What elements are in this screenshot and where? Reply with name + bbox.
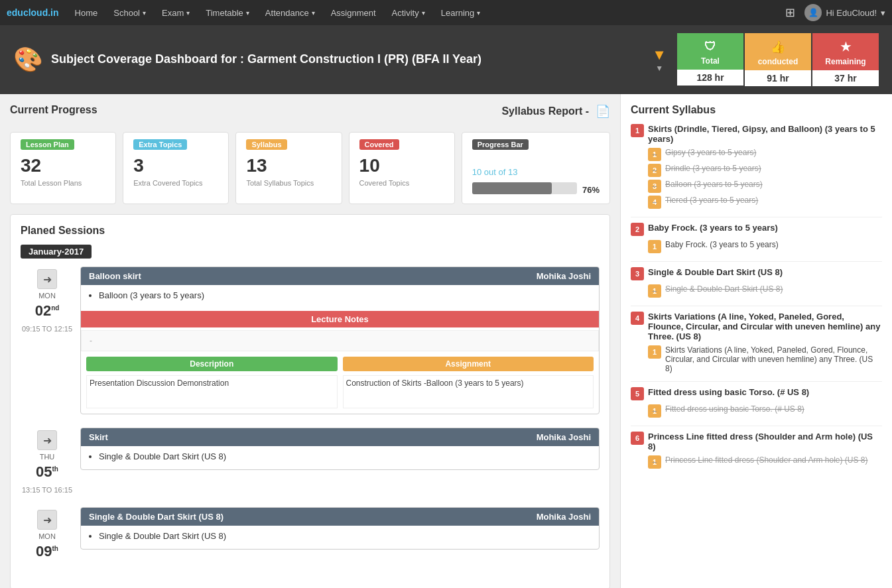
covered-num: 10 xyxy=(359,155,444,176)
sub-item: 3 Balloon (3 years to 5 years) xyxy=(648,180,882,193)
school-chevron: ▾ xyxy=(143,9,146,17)
syllabus-sub-4: 1 Skirts Variations (A line, Yoked, Pane… xyxy=(648,345,882,373)
stat-remaining: ★ Remaining 37 hr xyxy=(812,33,879,86)
session-month: January-2017 xyxy=(21,245,92,259)
extra-topics-card: Extra Topics 3 Extra Covered Topics xyxy=(123,132,229,204)
sub-num: 2 xyxy=(648,164,661,177)
pdf-icon[interactable]: 📄 xyxy=(596,104,610,119)
group-title-1: Skirts (Drindle, Tiered, Gipsy, and Ball… xyxy=(648,124,882,144)
lesson-plan-card: Lesson Plan 32 Total Lesson Plans xyxy=(10,132,116,204)
extra-topics-label: Extra Covered Topics xyxy=(133,179,218,187)
planned-sessions: Planed Sessions January-2017 ➜ MON 02nd … xyxy=(10,214,610,588)
session-header-1: Balloon skirt Mohika Joshi xyxy=(81,267,599,285)
page-title: Subject Coverage Dashboard for : Garment… xyxy=(51,52,481,67)
timetable-chevron: ▾ xyxy=(246,9,249,17)
session-arrow-btn-1[interactable]: ➜ xyxy=(37,269,57,289)
syllabus-group-6: 6 Princess Line fitted dress (Shoulder a… xyxy=(631,432,882,469)
syllabus-report-title: Syllabus Report - xyxy=(501,105,589,117)
nav-activity[interactable]: Activity ▾ xyxy=(385,0,432,25)
session-teacher-2: Mohika Joshi xyxy=(537,432,591,442)
brand-logo[interactable]: educloud.in xyxy=(7,7,59,18)
planned-sessions-title: Planed Sessions xyxy=(21,225,600,237)
nav-assignment[interactable]: Assignment xyxy=(324,0,383,25)
covered-badge: Covered xyxy=(359,139,399,150)
stat-total: 🛡 Total 128 hr xyxy=(677,33,743,86)
nav-attendance[interactable]: Attendance ▾ xyxy=(259,0,322,25)
session-day-1: MON xyxy=(38,292,56,300)
group-title-4: Skirts Variations (A line, Yoked, Panele… xyxy=(648,312,882,341)
progress-percent: 76% xyxy=(582,185,600,195)
session-row-1: ➜ MON 02nd 09:15 TO 12:15 Balloon skirt … xyxy=(21,266,600,414)
filter-button[interactable]: ▼ ▼ xyxy=(652,46,667,73)
user-area[interactable]: 👤 Hi EduCloud! ▾ xyxy=(804,4,885,21)
assignment-content-1: Construction of Skirts -Balloon (3 years… xyxy=(343,375,594,408)
syllabus-group-2: 2 Baby Frock. (3 years to 5 years) 1 Bab… xyxy=(631,223,882,253)
nav-school[interactable]: School ▾ xyxy=(107,0,153,25)
sub-num: 3 xyxy=(648,180,661,193)
nav-home[interactable]: Home xyxy=(68,0,105,25)
grid-icon[interactable]: ⊞ xyxy=(785,5,795,20)
session-topics-1: Balloon (3 years to 5 years) xyxy=(81,285,599,308)
session-title-3: Single & Double Dart Skirt (US 8) xyxy=(89,512,223,522)
nav-exam[interactable]: Exam ▾ xyxy=(155,0,196,25)
syllabus-num: 13 xyxy=(246,155,331,176)
filter-caret: ▼ xyxy=(655,64,663,73)
group-title-6: Princess Line fitted dress (Shoulder and… xyxy=(648,432,882,451)
session-title-1: Balloon skirt xyxy=(89,271,141,281)
sub-num: 4 xyxy=(648,196,661,209)
session-teacher-3: Mohika Joshi xyxy=(537,512,591,522)
assignment-box-1: Assignment Construction of Skirts -Ballo… xyxy=(343,357,594,408)
lecture-notes-bar-1: Lecture Notes xyxy=(81,311,599,327)
lecture-notes-content-1: - xyxy=(81,330,599,351)
sub-item: 1 Gipsy (3 years to 5 years) xyxy=(648,148,882,161)
total-value: 128 hr xyxy=(677,70,743,86)
syllabus-group-5: 5 Fitted dress using basic Torso. (# US … xyxy=(631,387,882,418)
syllabus-group-4: 4 Skirts Variations (A line, Yoked, Pane… xyxy=(631,312,882,373)
extra-topics-badge: Extra Topics xyxy=(133,139,187,150)
sub-item: 1 Baby Frock. (3 years to 5 years) xyxy=(648,240,882,253)
stat-cards: 🛡 Total 128 hr 👍 conducted 91 hr ★ Remai… xyxy=(677,33,879,86)
top-nav: educloud.in Home School ▾ Exam ▾ Timetab… xyxy=(0,0,892,25)
syllabus-label: Total Syllabus Topics xyxy=(246,179,331,187)
current-progress-title: Current Progress xyxy=(10,104,97,116)
session-day-2: THU xyxy=(40,453,55,461)
nav-timetable[interactable]: Timetable ▾ xyxy=(199,0,256,25)
group-num-6: 6 xyxy=(631,432,644,445)
group-num-3: 3 xyxy=(631,267,644,280)
sub-num: 1 xyxy=(648,148,661,161)
syllabus-badge: Syllabus xyxy=(246,139,287,150)
session-topics-2: Single & Double Dart Skirt (US 8) xyxy=(81,446,599,469)
right-panel: Current Syllabus 1 Skirts (Drindle, Tier… xyxy=(620,94,892,588)
sub-num: 1 xyxy=(648,240,661,253)
session-day-3: MON xyxy=(38,532,56,540)
syllabus-sub-6: 1 Princess Line fitted dress (Shoulder a… xyxy=(648,455,882,469)
session-row-3: ➜ MON 09th Single & Double Dart Skirt (U… xyxy=(21,507,600,565)
session-arrow-btn-2[interactable]: ➜ xyxy=(37,430,57,450)
assignment-label-1: Assignment xyxy=(343,357,594,371)
syllabus-group-3: 3 Single & Double Dart Skirt (US 8) 1 Si… xyxy=(631,267,882,298)
lesson-plan-badge: Lesson Plan xyxy=(21,139,74,150)
pb-out-of-text: 10 out of 13 xyxy=(472,167,600,177)
syllabus-group-1: 1 Skirts (Drindle, Tiered, Gipsy, and Ba… xyxy=(631,124,882,209)
lesson-plan-label: Total Lesson Plans xyxy=(21,179,105,187)
nav-learning[interactable]: Learning ▾ xyxy=(434,0,487,25)
group-title-5: Fitted dress using basic Torso. (# US 8) xyxy=(648,387,809,397)
session-teacher-1: Mohika Joshi xyxy=(537,271,591,281)
session-title-2: Skirt xyxy=(89,432,108,442)
covered-label: Covered Topics xyxy=(359,179,444,187)
group-title-2: Baby Frock. (3 years to 5 years) xyxy=(648,223,778,233)
activity-chevron: ▾ xyxy=(422,9,425,17)
sub-item: 1 Fitted dress using basic Torso. (# US … xyxy=(648,404,882,418)
list-item: Single & Double Dart Skirt (US 8) xyxy=(99,451,591,461)
progress-bar-card: Progress Bar 10 out of 13 76% xyxy=(462,132,610,204)
remaining-value: 37 hr xyxy=(812,70,879,86)
sub-item: 1 Single & Double Dart Skirt (US 8) xyxy=(648,284,882,298)
session-arrow-btn-3[interactable]: ➜ xyxy=(37,510,57,530)
sub-num: 1 xyxy=(648,455,661,469)
conducted-value: 91 hr xyxy=(745,70,811,86)
syllabus-sub-2: 1 Baby Frock. (3 years to 5 years) xyxy=(648,240,882,253)
session-date-1: 02nd xyxy=(35,302,60,320)
covered-card: Covered 10 Covered Topics xyxy=(349,132,455,204)
progress-cards: Lesson Plan 32 Total Lesson Plans Extra … xyxy=(10,132,610,204)
group-num-5: 5 xyxy=(631,387,644,400)
